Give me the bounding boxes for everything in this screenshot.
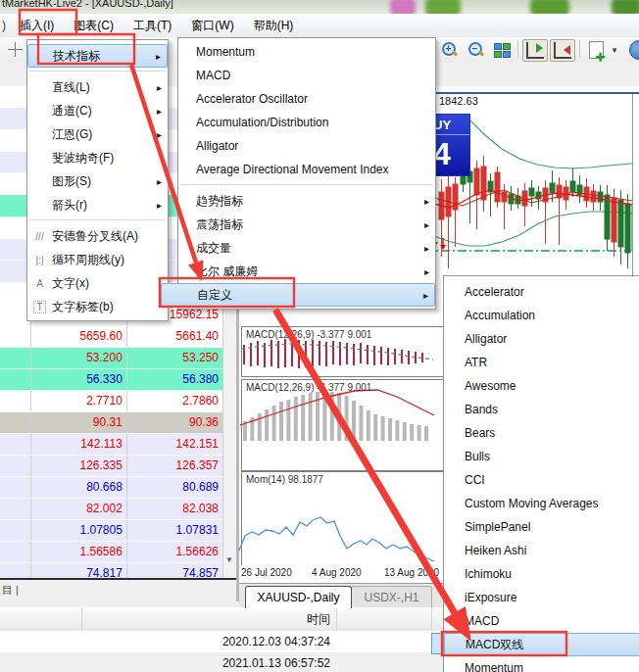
bid-cell: 2.7710 <box>31 391 127 411</box>
tab-usdx-h1[interactable]: USDX-,H1 <box>351 586 432 608</box>
menu-item-accelerator-oscillator[interactable]: Accelerator Oscillator <box>178 87 435 111</box>
symbol-cell <box>0 326 31 347</box>
menu-item-bears[interactable]: Bears <box>444 421 639 445</box>
menu-item-adx[interactable]: Average Directional Movement Index <box>178 158 435 181</box>
market-watch-row[interactable]: 56.33056.380 <box>0 369 222 391</box>
chart-shift-button[interactable] <box>522 39 548 62</box>
menu-item-macd[interactable]: MACD <box>444 609 639 633</box>
menu-item-gann[interactable]: 江恩(G)▸ <box>27 122 168 146</box>
bid-cell: 82.002 <box>31 499 127 519</box>
menu-item-label: Bulls <box>465 450 634 463</box>
menu-item-bulls[interactable]: Bulls <box>444 445 639 468</box>
menu-item-custom[interactable]: 自定义▸ <box>161 283 435 307</box>
market-watch-row[interactable]: 142.113142.151 <box>0 434 222 456</box>
menu-item-label: 自定义 <box>197 287 423 304</box>
symbol-cell <box>0 412 31 433</box>
menu-item-label: 江恩(G) <box>52 126 157 143</box>
tab-xauusd-daily[interactable]: XAUUSD-,Daily <box>245 586 352 608</box>
menubar-item-5[interactable]: 帮助(H) <box>244 15 304 36</box>
menu-item-heiken-ashi[interactable]: Heiken Ashi <box>444 539 639 562</box>
ask-cell: 2.7860 <box>127 391 222 411</box>
chart-autoscroll-button[interactable] <box>550 39 575 62</box>
menu-item-volumes[interactable]: 成交量▸ <box>178 236 435 260</box>
zoom-out-icon: − <box>468 42 483 57</box>
market-watch-row[interactable]: 53.20053.250 <box>0 348 222 369</box>
market-watch-row[interactable]: 126.335126.357 <box>0 456 222 477</box>
text-label-icon: T <box>27 302 52 312</box>
market-watch-row[interactable]: 1.565861.56626 <box>0 542 222 563</box>
menubar-item-2[interactable]: 图表(C) <box>64 15 123 36</box>
menu-item-ichimoku[interactable]: Ichimoku <box>444 562 639 586</box>
menu-item-fibonacci[interactable]: 斐波纳奇(F) <box>27 146 168 169</box>
menubar-item-4[interactable]: 窗口(W) <box>181 15 243 36</box>
menu-separator <box>29 71 166 72</box>
submenu-arrow-icon: ▸ <box>157 129 162 140</box>
menu-item-momentum[interactable]: Momentum <box>444 656 639 672</box>
market-watch-row[interactable]: 5659.605661.40 <box>0 326 222 348</box>
menu-item-accumulation[interactable]: Accumulation <box>444 304 639 327</box>
menu-item-lines[interactable]: 直线(L)▸ <box>27 75 168 99</box>
time-column-header[interactable]: 时间 <box>81 607 330 631</box>
add-indicator-icon: ＋ <box>589 41 604 59</box>
crosshair-tool-button[interactable] <box>3 39 26 60</box>
menu-item-awesome[interactable]: Awesome <box>444 374 639 398</box>
menubar-item-1[interactable]: 插入(I) <box>10 15 64 36</box>
menu-item-text[interactable]: A文字(x) <box>27 271 168 295</box>
menu-item-label: Awesome <box>465 379 634 393</box>
symbol-cell <box>0 434 31 455</box>
menu-item-macd[interactable]: MACD <box>178 64 435 87</box>
menu-item-iexposure[interactable]: iExposure <box>444 586 639 609</box>
bid-cell: 74.817 <box>31 563 127 579</box>
menu-item-andrews-pitchfork[interactable]: ///安德鲁分叉线(A) <box>27 224 168 248</box>
menu-item-label: iExposure <box>465 591 634 604</box>
toolbar-separator <box>517 40 518 58</box>
market-watch-row[interactable]: 80.66880.689 <box>0 477 222 499</box>
menu-item-label: Heiken Ashi <box>465 544 634 557</box>
add-indicator-button[interactable]: ＋ <box>584 39 608 60</box>
menu-item-accelerator[interactable]: Accelerator <box>444 280 639 304</box>
tile-windows-button[interactable] <box>490 39 514 60</box>
market-watch-row[interactable]: 2.77102.7860 <box>0 391 222 412</box>
menu-item-oscillators[interactable]: 震荡指标▸ <box>178 213 435 236</box>
scroll-down-icon[interactable]: ▼ <box>223 553 235 566</box>
menu-item-channels[interactable]: 通道(C)▸ <box>27 99 168 122</box>
menu-item-label: 循环周期线(y) <box>52 252 162 268</box>
menubar-item-0[interactable]: ) <box>0 15 10 36</box>
ask-cell: 1.56626 <box>127 542 222 562</box>
menu-item-label: MACD <box>465 614 634 628</box>
add-indicator-dropdown[interactable]: ▾ <box>609 39 620 60</box>
menu-item-cci[interactable]: CCI <box>444 468 639 492</box>
symbol-cell <box>0 456 31 476</box>
menu-item-macd-dual[interactable]: MACD双线 <box>444 633 639 656</box>
ask-cell: 1.07831 <box>127 520 222 541</box>
menu-item-bands[interactable]: Bands <box>444 398 639 421</box>
menu-item-simplepanel[interactable]: SimplePanel <box>444 515 639 539</box>
menu-item-trend[interactable]: 趋势指标▸ <box>178 189 435 213</box>
menu-item-label: Momentum <box>196 45 429 59</box>
bid-cell: 90.31 <box>31 412 127 433</box>
menubar-item-3[interactable]: 工具(T) <box>123 15 181 36</box>
menu-item-bill-williams[interactable]: 比尔 威廉姆▸ <box>178 260 435 283</box>
market-watch-row[interactable]: 74.81774.857 <box>0 563 222 579</box>
toolbar-partial-icon[interactable] <box>629 40 639 60</box>
market-watch-row[interactable]: 82.00282.038 <box>0 499 222 520</box>
menu-item-accumulation-distribution[interactable]: Accumulation/Distribution <box>178 111 435 134</box>
submenu-arrow-icon: ▸ <box>156 51 161 62</box>
market-watch-row[interactable]: 1.078051.07831 <box>0 520 222 542</box>
menu-item-atr[interactable]: ATR <box>444 351 639 374</box>
zoom-out-button[interactable]: − <box>464 39 487 60</box>
zoom-in-button[interactable]: + <box>437 39 461 60</box>
market-watch-tab-fragment[interactable]: 目 | <box>0 580 238 601</box>
market-watch-row[interactable]: 90.3190.36 <box>0 412 222 434</box>
menu-item-shapes[interactable]: 图形(S)▸ <box>27 169 168 193</box>
menu-item-alligator[interactable]: Alligator <box>178 134 435 158</box>
menu-item-momentum[interactable]: Momentum <box>178 40 435 64</box>
menu-item-label: 趋势指标 <box>196 193 424 210</box>
menu-item-cycle-lines[interactable]: |:|循环周期线(y) <box>27 248 168 271</box>
menu-item-custom-moving-averages[interactable]: Custom Moving Averages <box>444 492 639 515</box>
menu-item-arrows[interactable]: 箭头(r)▸ <box>27 193 168 216</box>
menu-item-alligator[interactable]: Alligator <box>444 327 639 351</box>
menu-item-text-label[interactable]: T文字标签(b) <box>27 295 168 318</box>
menu-item-technical-indicators[interactable]: 技术指标▸ <box>27 44 168 68</box>
wallpaper-blob <box>530 0 569 14</box>
